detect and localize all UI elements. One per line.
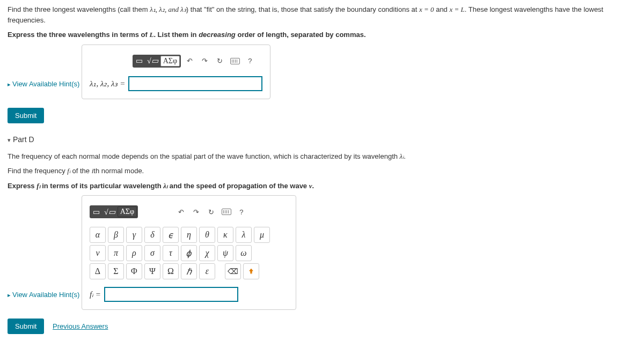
greek-omega[interactable]: ω [236,245,252,261]
greek-cap-delta[interactable]: Δ [90,263,106,279]
partd-prompt-2: Find the frequency fᵢ of the ith normal … [8,166,636,176]
greek-phi[interactable]: ϕ [181,245,197,261]
partc-prompt-2: Express the three wavelengths in terms o… [8,29,636,40]
partc-submit-button[interactable]: Submit [8,108,44,123]
partd-input-label: fᵢ = [90,290,101,299]
greek-row-2: ν π ρ σ τ ϕ χ ψ ω [90,245,288,261]
partd-answer-box: ▭ √▭ ΑΣφ ↶ ↷ ↻ ? α β γ δ ϵ η θ κ λ μ ν π… [82,195,296,310]
reset-icon[interactable]: ↻ [206,206,217,218]
greek-delta[interactable]: δ [144,227,160,243]
shift-button[interactable] [243,263,259,279]
shift-up-icon [247,268,255,275]
reset-icon[interactable]: ↻ [214,55,226,67]
rect-tool-icon[interactable]: ▭ [91,206,102,217]
format-group: ▭ √▭ ΑΣφ [90,205,138,218]
partc-prompt-1: Find the three longest wavelengths (call… [8,4,636,25]
rect-tool-icon[interactable]: ▭ [134,56,145,66]
undo-icon[interactable]: ↶ [175,206,187,218]
greek-tau[interactable]: τ [163,245,179,261]
partc-hints-toggle[interactable]: View Available Hint(s) [8,80,79,88]
greek-epsilon[interactable]: ϵ [163,227,179,243]
partd-header[interactable]: ▾Part D [2,135,636,144]
greek-tool-button[interactable]: ΑΣφ [118,206,137,217]
greek-theta[interactable]: θ [199,227,215,243]
svg-rect-0 [250,273,252,274]
greek-lambda[interactable]: λ [236,227,252,243]
partd-prompt-3: Express fᵢ in terms of its particular wa… [8,181,636,191]
sqrt-tool-icon[interactable]: √▭ [145,56,160,66]
greek-cap-omega[interactable]: Ω [163,263,179,279]
undo-icon[interactable]: ↶ [184,55,196,67]
greek-cap-phi[interactable]: Φ [126,263,142,279]
greek-tool-button[interactable]: ΑΣφ [160,56,180,66]
partd-answer-input[interactable] [104,287,238,302]
partd-hints-toggle[interactable]: View Available Hint(s) [8,291,79,299]
keyboard-icon[interactable] [229,55,241,67]
greek-keyboard: α β γ δ ϵ η θ κ λ μ ν π ρ σ τ ϕ χ ψ ω Δ … [90,227,288,279]
partc-toolbar: ▭ √▭ ΑΣφ ↶ ↷ ↻ ? [133,55,262,68]
greek-cap-sigma[interactable]: Σ [108,263,124,279]
greek-row-3: Δ Σ Φ Ψ Ω ℏ ε ⌫ [90,263,288,279]
greek-rho[interactable]: ρ [126,245,142,261]
greek-row-1: α β γ δ ϵ η θ κ λ μ [90,227,288,243]
partc-answer-input[interactable] [128,76,262,91]
partc-input-label: λ₁, λ₂, λ₃ = [90,79,125,88]
partd-submit-button[interactable]: Submit [8,319,44,334]
partd-prompt-1: The frequency of each normal mode depend… [8,151,636,162]
greek-nu[interactable]: ν [90,245,106,261]
greek-eta[interactable]: η [181,227,197,243]
help-icon[interactable]: ? [236,206,247,218]
greek-mu[interactable]: μ [254,227,270,243]
greek-beta[interactable]: β [108,227,124,243]
greek-pi[interactable]: π [108,245,124,261]
help-icon[interactable]: ? [244,55,256,67]
greek-chi[interactable]: χ [199,245,215,261]
format-group: ▭ √▭ ΑΣφ [133,55,181,68]
sqrt-tool-icon[interactable]: √▭ [102,206,118,217]
greek-kappa[interactable]: κ [217,227,233,243]
backspace-button[interactable]: ⌫ [225,263,241,279]
greek-psi[interactable]: ψ [217,245,233,261]
redo-icon[interactable]: ↷ [199,55,211,67]
greek-gamma[interactable]: γ [126,227,142,243]
keyboard-icon[interactable] [221,206,232,218]
previous-answers-link[interactable]: Previous Answers [53,322,108,330]
greek-varepsilon[interactable]: ε [199,263,215,279]
greek-cap-psi[interactable]: Ψ [144,263,160,279]
greek-sigma[interactable]: σ [144,245,160,261]
partd-toolbar: ▭ √▭ ΑΣφ ↶ ↷ ↻ ? [90,205,288,218]
greek-alpha[interactable]: α [90,227,106,243]
collapse-caret-icon: ▾ [8,137,11,143]
partc-answer-box: ▭ √▭ ΑΣφ ↶ ↷ ↻ ? λ₁, λ₂, λ₃ = [82,45,270,99]
redo-icon[interactable]: ↷ [191,206,202,218]
greek-hbar[interactable]: ℏ [181,263,197,279]
